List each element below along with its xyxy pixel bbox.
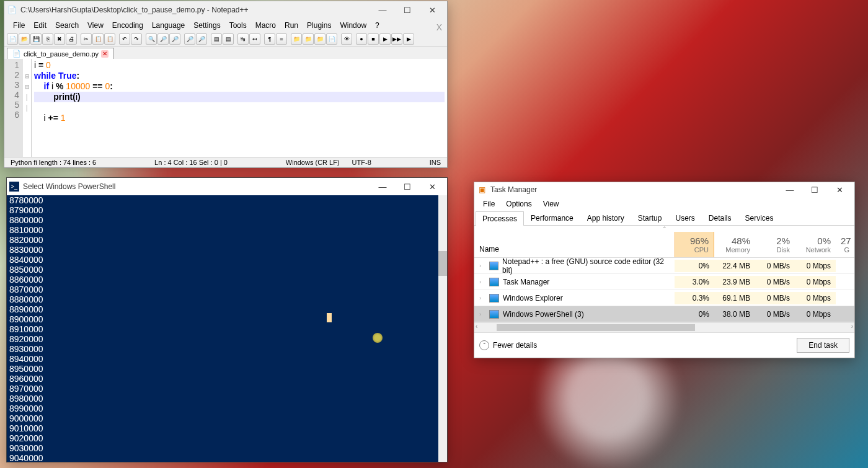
fewer-details-button[interactable]: ˄ Fewer details (479, 340, 537, 350)
col-cpu[interactable]: 96%CPU (675, 232, 714, 257)
tab-performance[interactable]: Performance (524, 211, 580, 225)
toolbar-icon[interactable]: 🔎 (157, 33, 169, 45)
npp-titlebar[interactable]: 📄 C:\Users\HarshGupta\Desktop\click_to_p… (4, 1, 447, 19)
toolbar-icon[interactable]: ≡ (276, 33, 287, 45)
ps-titlebar[interactable]: >_ Select Windows PowerShell — ☐ ✕ (7, 178, 447, 195)
tm-menu-file[interactable]: File (478, 198, 500, 210)
col-network[interactable]: 0%Network (795, 232, 836, 257)
toolbar-icon[interactable]: ⎘ (42, 33, 53, 45)
toolbar-icon[interactable]: 📂 (19, 33, 30, 45)
toolbar-icon[interactable]: ↶ (119, 33, 130, 45)
toolbar-icon[interactable]: ¶ (264, 33, 275, 45)
tab-details[interactable]: Details (702, 211, 738, 225)
npp-editor[interactable]: 123456 ⊟⊟││ i = 0 while True: if i % 100… (4, 59, 447, 157)
maximize-button[interactable]: ☐ (395, 178, 420, 195)
col-gpu[interactable]: 27G (836, 232, 854, 257)
end-task-button[interactable]: End task (797, 338, 849, 353)
toolbar-icon[interactable]: 📁 (314, 33, 326, 45)
tab-processes[interactable]: Processes (476, 211, 524, 226)
toolbar-icon[interactable]: ↤ (249, 33, 260, 45)
toolbar-icon[interactable]: ▶▶ (391, 33, 402, 45)
toolbar-icon[interactable]: ■ (368, 33, 379, 45)
chevron-right-icon[interactable]: › (479, 311, 485, 317)
toolbar-icon[interactable]: ↹ (237, 33, 249, 45)
toolbar-icon[interactable]: ▶ (403, 33, 414, 45)
toolbar-icon[interactable]: 📄 (7, 33, 18, 45)
table-row[interactable]: ›Notepad++ : a free (GNU) source code ed… (474, 258, 854, 274)
menu-edit[interactable]: Edit (30, 20, 50, 31)
toolbar-icon[interactable]: ▤ (223, 33, 234, 45)
toolbar-icon[interactable]: 🔎 (184, 33, 195, 45)
minimize-button[interactable]: — (777, 181, 802, 198)
tab-startup[interactable]: Startup (631, 211, 669, 225)
minimize-button[interactable]: — (370, 1, 395, 19)
fold-margin[interactable]: ⊟⊟││ (23, 59, 32, 157)
table-row[interactable]: ›Windows Explorer 0.3% 69.1 MB 0 MB/s 0 … (474, 290, 854, 306)
close-button[interactable]: ✕ (420, 1, 445, 19)
menu-plugins[interactable]: Plugins (303, 20, 335, 31)
tm-menu-view[interactable]: View (538, 198, 564, 210)
close-button[interactable]: ✕ (827, 181, 852, 198)
scrollbar-thumb[interactable] (438, 251, 447, 276)
scrollbar-thumb[interactable] (497, 324, 695, 331)
menu-search[interactable]: Search (51, 20, 82, 31)
chevron-right-icon[interactable]: › (479, 295, 485, 301)
menu-run[interactable]: Run (281, 20, 302, 31)
status-eol[interactable]: Windows (CR LF) (282, 159, 343, 166)
chevron-right-icon[interactable]: › (479, 279, 485, 285)
toolbar-close-icon[interactable]: X (436, 22, 442, 32)
toolbar-icon[interactable]: 🔎 (169, 33, 180, 45)
npp-file-tab[interactable]: 📄 click_to_pause_demo.py ✕ (7, 48, 114, 59)
tm-table-header[interactable]: Name 96%CPU 48%Memory 2%Disk 0%Network 2… (474, 232, 854, 258)
toolbar-icon[interactable]: 📁 (303, 33, 314, 45)
toolbar-icon[interactable]: ▶ (379, 33, 391, 45)
col-memory[interactable]: 48%Memory (714, 232, 755, 257)
table-row[interactable]: ›Task Manager 3.0% 23.9 MB 0 MB/s 0 Mbps (474, 274, 854, 290)
code-area[interactable]: i = 0 while True: if i % 10000 == 0: pri… (32, 59, 447, 157)
tm-horizontal-scrollbar[interactable]: ‹ › (474, 322, 854, 332)
menu-window[interactable]: Window (336, 20, 370, 31)
tab-app-history[interactable]: App history (580, 211, 631, 225)
toolbar-icon[interactable]: 💾 (30, 33, 42, 45)
toolbar-icon[interactable]: 👁 (341, 33, 352, 45)
scroll-left-icon[interactable]: ‹ (476, 323, 477, 330)
menu-encoding[interactable]: Encoding (108, 20, 147, 31)
tm-menu-options[interactable]: Options (501, 198, 536, 210)
toolbar-icon[interactable]: ✖ (54, 33, 65, 45)
toolbar-icon[interactable]: ● (356, 33, 367, 45)
toolbar-icon[interactable]: 🖨 (66, 33, 77, 45)
toolbar-icon[interactable]: 📋 (104, 33, 115, 45)
menu-macro[interactable]: Macro (252, 20, 280, 31)
ps-console[interactable]: 8780000 8790000 8800000 8810000 8820000 … (7, 195, 447, 462)
menu-tools[interactable]: Tools (226, 20, 250, 31)
toolbar-icon[interactable]: 🔍 (146, 33, 157, 45)
toolbar-icon[interactable]: ↷ (131, 33, 142, 45)
maximize-button[interactable]: ☐ (395, 1, 420, 19)
status-encoding[interactable]: UTF-8 (348, 159, 375, 166)
status-mode[interactable]: INS (426, 159, 445, 166)
tm-titlebar[interactable]: ▣ Task Manager — ☐ ✕ (474, 182, 854, 197)
toolbar-icon[interactable]: 🔎 (196, 33, 207, 45)
toolbar-icon[interactable]: ▤ (211, 33, 222, 45)
toolbar-icon[interactable]: 📄 (326, 33, 337, 45)
scroll-right-icon[interactable]: › (851, 323, 853, 330)
col-name[interactable]: Name (474, 232, 675, 257)
toolbar-icon[interactable]: 📁 (291, 33, 302, 45)
close-button[interactable]: ✕ (420, 178, 445, 195)
tab-services[interactable]: Services (738, 211, 781, 225)
ps-scrollbar[interactable] (438, 195, 447, 462)
menu-?[interactable]: ? (371, 20, 383, 31)
minimize-button[interactable]: — (370, 178, 395, 195)
toolbar-icon[interactable]: 📋 (92, 33, 104, 45)
tab-users[interactable]: Users (668, 211, 701, 225)
tab-close-icon[interactable]: ✕ (101, 50, 108, 58)
menu-file[interactable]: File (9, 20, 29, 31)
menu-settings[interactable]: Settings (190, 20, 224, 31)
maximize-button[interactable]: ☐ (802, 181, 827, 198)
table-row[interactable]: ›Windows PowerShell (3) 0% 38.0 MB 0 MB/… (474, 306, 854, 322)
chevron-right-icon[interactable]: › (479, 263, 485, 269)
col-disk[interactable]: 2%Disk (755, 232, 795, 257)
menu-view[interactable]: View (84, 20, 107, 31)
menu-language[interactable]: Language (148, 20, 188, 31)
toolbar-icon[interactable]: ✂ (81, 33, 92, 45)
